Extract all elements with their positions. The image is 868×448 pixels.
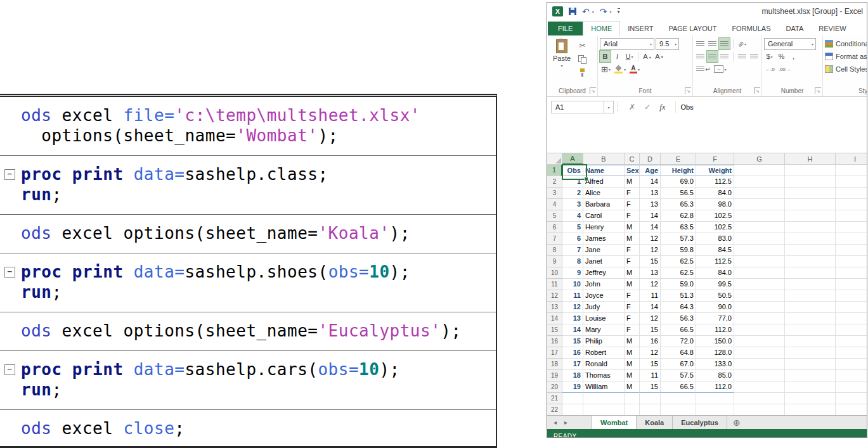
cell-B4[interactable]: Barbara <box>583 199 625 210</box>
cell-F18[interactable]: 133.0 <box>696 359 734 370</box>
fill-color-button[interactable]: ▾ <box>613 63 627 75</box>
row-header-12[interactable]: 12 <box>547 290 562 302</box>
cell-F13[interactable]: 90.0 <box>696 302 734 313</box>
cell-F10[interactable]: 84.0 <box>696 267 734 279</box>
ribbon-tab-home[interactable]: HOME <box>583 21 620 36</box>
undo-dropdown-icon[interactable]: ▾ <box>592 10 594 14</box>
cell-D1[interactable]: Age <box>640 165 661 176</box>
cell-E6[interactable]: 63.5 <box>661 222 696 233</box>
cell-D15[interactable]: 15 <box>640 324 661 336</box>
cell-C11[interactable]: M <box>625 279 640 290</box>
cell-E1[interactable]: Height <box>661 165 696 176</box>
cell-F3[interactable]: 84.0 <box>696 188 734 199</box>
row-header-3[interactable]: 3 <box>547 188 562 199</box>
cell-F7[interactable]: 83.0 <box>696 233 734 245</box>
row-header-5[interactable]: 5 <box>547 210 562 222</box>
cell-B13[interactable]: Judy <box>583 302 625 313</box>
cell-C9[interactable]: F <box>625 256 640 267</box>
column-header-A[interactable]: A <box>562 153 583 165</box>
cell-C18[interactable]: M <box>625 359 640 370</box>
cell-I11[interactable] <box>836 279 867 290</box>
borders-button[interactable]: ⊞▾ <box>600 63 612 75</box>
row-header-15[interactable]: 15 <box>547 324 562 336</box>
row-header-20[interactable]: 20 <box>547 381 562 393</box>
cell-A21[interactable] <box>562 393 583 404</box>
cell-H10[interactable] <box>785 267 836 279</box>
row-header-22[interactable]: 22 <box>547 404 562 415</box>
cell-A13[interactable]: 12 <box>562 302 583 313</box>
cell-C15[interactable]: F <box>625 324 640 336</box>
cell-H13[interactable] <box>785 302 836 313</box>
collapse-toggle-icon[interactable]: − <box>4 364 15 375</box>
cut-button[interactable]: ✂ <box>577 40 588 51</box>
cell-B12[interactable]: Joyce <box>583 290 625 302</box>
cell-B6[interactable]: Henry <box>583 222 625 233</box>
column-header-H[interactable]: H <box>785 153 836 165</box>
cell-F12[interactable]: 50.5 <box>696 290 734 302</box>
align-center-button[interactable] <box>707 51 718 62</box>
ribbon-tab-data[interactable]: DATA <box>779 22 812 35</box>
cell-G8[interactable] <box>734 245 785 256</box>
cell-D19[interactable]: 11 <box>640 370 661 381</box>
cell-A18[interactable]: 17 <box>562 359 583 370</box>
cell-C4[interactable]: F <box>625 199 640 210</box>
cell-G10[interactable] <box>734 267 785 279</box>
cell-C20[interactable]: M <box>625 381 640 393</box>
cell-E16[interactable]: 72.0 <box>661 336 696 347</box>
row-header-2[interactable]: 2 <box>547 176 562 188</box>
cell-I10[interactable] <box>836 267 867 279</box>
copy-button[interactable] <box>577 53 588 65</box>
sheet-tab-wombat[interactable]: Wombat <box>592 416 637 429</box>
cell-A2[interactable]: 1 <box>562 176 583 188</box>
cell-G13[interactable] <box>734 302 785 313</box>
cell-I18[interactable] <box>836 359 867 370</box>
cell-I17[interactable] <box>836 347 867 359</box>
formula-bar-expanded-area[interactable] <box>547 117 867 153</box>
cell-G6[interactable] <box>734 222 785 233</box>
cell-G15[interactable] <box>734 324 785 336</box>
cell-B1[interactable]: Name <box>583 165 625 176</box>
cell-E13[interactable]: 64.3 <box>661 302 696 313</box>
cell-B21[interactable] <box>583 393 625 404</box>
cell-B18[interactable]: Ronald <box>583 359 625 370</box>
cell-E22[interactable] <box>661 404 696 415</box>
italic-button[interactable]: I <box>612 51 623 62</box>
cell-A7[interactable]: 6 <box>562 233 583 245</box>
cell-H1[interactable] <box>785 165 836 176</box>
cell-B16[interactable]: Philip <box>583 336 625 347</box>
cell-I9[interactable] <box>836 256 867 267</box>
align-bottom-button[interactable] <box>719 38 730 49</box>
cell-F19[interactable]: 85.0 <box>696 370 734 381</box>
cell-I13[interactable] <box>836 302 867 313</box>
cell-H4[interactable] <box>785 199 836 210</box>
cell-G22[interactable] <box>734 404 785 415</box>
cell-A8[interactable]: 7 <box>562 245 583 256</box>
formula-bar-splitter[interactable] <box>614 102 618 112</box>
sheet-tab-koala[interactable]: Koala <box>637 416 673 429</box>
cell-F14[interactable]: 77.0 <box>696 313 734 324</box>
row-header-6[interactable]: 6 <box>547 222 562 233</box>
decrease-font-size-button[interactable]: A▾ <box>654 51 664 62</box>
row-header-1[interactable]: 1 <box>547 165 562 176</box>
cell-E2[interactable]: 69.0 <box>661 176 696 188</box>
cell-H14[interactable] <box>785 313 836 324</box>
cell-D12[interactable]: 11 <box>640 290 661 302</box>
increase-indent-button[interactable] <box>749 51 760 62</box>
cell-E12[interactable]: 51.3 <box>661 290 696 302</box>
cell-B2[interactable]: Alfred <box>583 176 625 188</box>
insert-function-icon[interactable]: fx <box>655 102 670 112</box>
cell-E21[interactable] <box>661 393 696 404</box>
cell-I2[interactable] <box>836 176 867 188</box>
align-left-button[interactable] <box>695 51 706 62</box>
cell-H3[interactable] <box>785 188 836 199</box>
redo-dropdown-icon[interactable]: ▾ <box>609 10 611 14</box>
cell-A22[interactable] <box>562 404 583 415</box>
row-header-13[interactable]: 13 <box>547 302 562 313</box>
cell-G5[interactable] <box>734 210 785 222</box>
undo-icon[interactable]: ↶ <box>582 7 590 16</box>
row-header-4[interactable]: 4 <box>547 199 562 210</box>
alignment-dialog-launcher-icon[interactable]: ↘ <box>754 87 760 94</box>
row-header-19[interactable]: 19 <box>547 370 562 381</box>
customize-qat-icon[interactable]: ▾ <box>618 8 620 15</box>
save-icon[interactable] <box>569 8 576 15</box>
